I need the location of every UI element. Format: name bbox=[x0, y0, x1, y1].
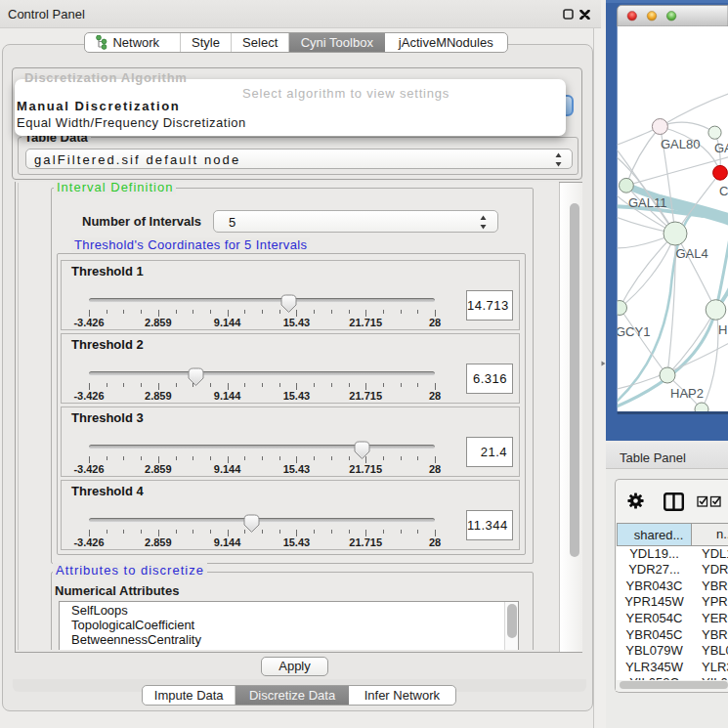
svg-text:GCY1: GCY1 bbox=[616, 324, 650, 339]
svg-text:C: C bbox=[719, 184, 728, 198]
svg-text:HAP2: HAP2 bbox=[670, 386, 704, 401]
svg-text:GAL11: GAL11 bbox=[628, 195, 667, 210]
svg-text:GA: GA bbox=[714, 141, 728, 155]
svg-text:GAL4: GAL4 bbox=[676, 246, 708, 261]
svg-text:GAL80: GAL80 bbox=[661, 137, 700, 151]
svg-text:H: H bbox=[718, 322, 727, 337]
